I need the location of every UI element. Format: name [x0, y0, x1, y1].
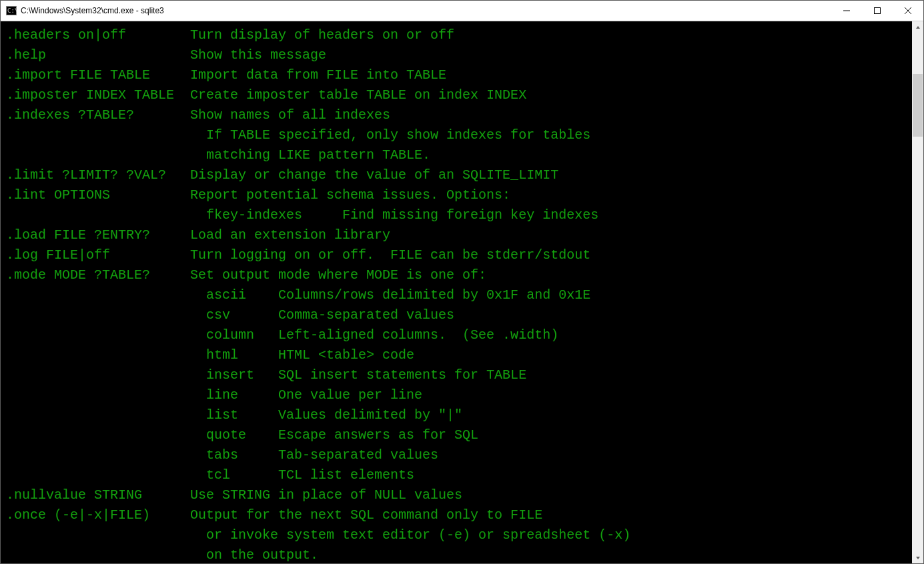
- client-area: .headers on|off Turn display of headers …: [1, 21, 923, 563]
- title-bar[interactable]: C:\ C:\Windows\System32\cmd.exe - sqlite…: [1, 1, 923, 21]
- chevron-down-icon: [915, 555, 921, 561]
- scroll-up-button[interactable]: [912, 21, 923, 33]
- window-title: C:\Windows\System32\cmd.exe - sqlite3: [21, 6, 164, 15]
- maximize-icon: [874, 7, 881, 14]
- cmd-icon: C:\: [6, 5, 17, 16]
- scrollbar-track[interactable]: [912, 33, 923, 552]
- terminal-output[interactable]: .headers on|off Turn display of headers …: [1, 21, 912, 563]
- svg-marker-6: [916, 26, 920, 29]
- svg-rect-3: [875, 8, 881, 14]
- scrollbar-thumb[interactable]: [913, 74, 923, 136]
- minimize-button[interactable]: [831, 1, 862, 21]
- minimize-icon: [843, 7, 850, 14]
- svg-marker-7: [916, 557, 920, 559]
- svg-text:C:\: C:\: [7, 7, 17, 14]
- maximize-button[interactable]: [862, 1, 893, 21]
- vertical-scrollbar[interactable]: [912, 21, 923, 563]
- close-icon: [905, 7, 911, 14]
- close-button[interactable]: [893, 1, 923, 21]
- scroll-down-button[interactable]: [912, 552, 923, 563]
- chevron-up-icon: [915, 25, 921, 30]
- app-window: C:\ C:\Windows\System32\cmd.exe - sqlite…: [0, 0, 924, 564]
